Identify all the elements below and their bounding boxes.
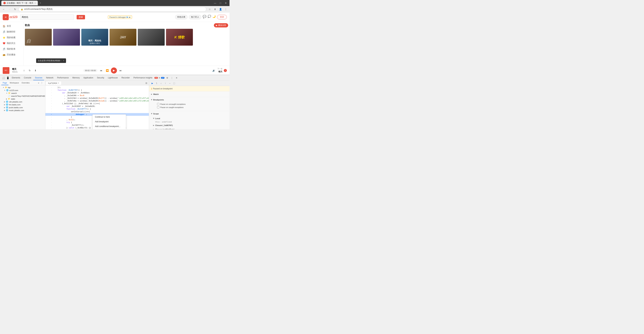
step-out-btn[interactable]: ↑ [164, 81, 167, 85]
album-card-4[interactable] [138, 29, 165, 46]
tab-lighthouse[interactable]: Lighthouse [106, 76, 120, 80]
tree-item-cdn[interactable]: ▶ 🌐 cdn.jsbaidu.com [0, 100, 45, 103]
tab-security[interactable]: Security [95, 76, 106, 80]
active-tab[interactable]: 正在播放：晴天 下一首：晴天 ✕ [1, 1, 38, 6]
sidebar-item-playlist[interactable]: 🎵 我的歌单 [0, 46, 23, 52]
tab-console[interactable]: Console [22, 76, 33, 80]
sidebar-tab-more[interactable]: » [37, 81, 40, 85]
pause-caught-checkbox[interactable] [157, 106, 159, 108]
album-card-2[interactable]: 晴天 - 周杰伦 故事的小黄花 [81, 29, 108, 46]
tab-perf-insights[interactable]: Performance insights [132, 76, 154, 80]
sidebar-tab-page[interactable]: Page [1, 81, 8, 85]
resume-btn[interactable]: ▶ [150, 81, 154, 85]
sidebar-item-random[interactable]: 🎵 随便听听 [0, 29, 23, 35]
devtools-inspect-icon[interactable]: ⬜ [1, 76, 6, 80]
volume-btn[interactable]: 🔊 [211, 68, 216, 73]
download-btn[interactable]: ⬇ [33, 68, 38, 73]
maximize-btn[interactable]: □ [218, 1, 223, 6]
wechat-icon[interactable]: 💬 [203, 15, 206, 19]
code-tab-close[interactable]: ✕ [58, 82, 59, 84]
skip-prev-btn[interactable]: ⏪ [105, 68, 110, 73]
closure1-header[interactable]: ▶ Closure (_0x867f07) [153, 123, 228, 127]
search-input[interactable] [22, 16, 72, 18]
login-btn[interactable]: 登录 [217, 15, 227, 19]
pause-uncaught-checkbox[interactable] [157, 103, 159, 105]
sidebar-menu-btn[interactable]: ⋮ [40, 81, 44, 85]
sidebar-item-history[interactable]: 📻 历史播放 [0, 52, 23, 58]
tree-item-static[interactable]: ▶ 📁 static [0, 97, 45, 100]
tree-item-music[interactable]: ▶ 🌐 music.jsbaidu.com [0, 109, 45, 112]
tree-item-search[interactable]: ▼ 📁 search [0, 92, 45, 95]
forward-btn[interactable]: → [7, 7, 12, 12]
search-button[interactable]: 搜索 [76, 15, 85, 19]
tab-sources[interactable]: Sources [33, 76, 44, 80]
sidebar-item-following[interactable]: ❤️ 我的关注 [0, 40, 23, 46]
new-tab-btn[interactable]: + [38, 1, 43, 6]
nav-features-btn[interactable]: 特色分类 [175, 15, 188, 19]
refresh-btn[interactable]: ↻ [13, 7, 18, 12]
tree-icon-file: 📄 [8, 95, 10, 97]
tree-item-search-file[interactable]: 📄 search/?key=%E5%91%A8%E6%9D%B0... [0, 95, 45, 97]
album-card-1[interactable] [53, 29, 80, 46]
code-action-split[interactable]: ⊟ [144, 81, 148, 85]
close-btn[interactable]: ✕ [224, 1, 228, 6]
tree-item-hm[interactable]: ▶ 🌐 hm.baidu.com [0, 103, 45, 106]
resume-icon[interactable]: ▶ [127, 16, 128, 18]
tab-performance[interactable]: Performance [56, 76, 70, 80]
tree-item-zz123[interactable]: ▼ 🌐 zz123.com [0, 89, 45, 92]
devtools-close-icon[interactable]: ✕ [174, 76, 178, 80]
tab-application[interactable]: Application [82, 76, 95, 80]
loop-btn[interactable]: ↻ [28, 68, 32, 73]
back-btn[interactable]: ← [1, 7, 6, 12]
sidebar-item-home[interactable]: 🏠 首页 [0, 23, 23, 29]
step-into-btn[interactable]: ↓ [159, 81, 163, 85]
tab-elements[interactable]: Elements [10, 76, 22, 80]
tab-memory[interactable]: Memory [71, 76, 81, 80]
step-btn[interactable]: → [168, 81, 172, 85]
sidebar-item-favorites[interactable]: ⭐ 我的收藏 [0, 35, 23, 40]
prev-btn[interactable]: ⏮ [99, 68, 104, 73]
night-mode-icon[interactable]: 🌙 [212, 15, 216, 19]
local-header[interactable]: ▶ Local [153, 116, 228, 120]
play-all-btn[interactable]: ▶ 播放全部 [214, 23, 228, 28]
tab-recorder[interactable]: Recorder [120, 76, 132, 80]
message-icon[interactable]: 💭 [208, 15, 211, 19]
settings-btn[interactable]: ⋮ [224, 7, 228, 12]
download-btn[interactable]: ⬇ [213, 7, 218, 12]
album-card-5[interactable]: K 情歌 [166, 29, 193, 46]
tab-close-btn[interactable]: ✕ [34, 2, 36, 4]
scope-header[interactable]: ▶ Scope [149, 112, 230, 116]
nav-artists-btn[interactable]: 热门艺人 [189, 15, 201, 19]
devtools-settings-icon[interactable]: ⚙ [165, 76, 169, 80]
ctx-continue-to-here[interactable]: Continue to here [92, 115, 126, 119]
watch-header[interactable]: ▶ Watch [149, 92, 230, 96]
sidebar-tab-workspace[interactable]: Workspace [8, 81, 20, 85]
step-over-icon[interactable]: ⏭ [129, 16, 130, 18]
minimize-btn[interactable]: — [213, 1, 218, 6]
tab-network[interactable]: Network [44, 76, 55, 80]
site-search-bar[interactable] [20, 15, 74, 20]
address-bar[interactable]: 🔒 zz123.com/search/?key=周杰伦 [18, 7, 206, 12]
step-over-btn[interactable]: ⤵ [155, 81, 158, 85]
like-btn[interactable]: ☆ [22, 68, 26, 73]
closure2-header[interactable]: ▶ Closure (getMytjData) [153, 127, 228, 129]
devtools-more-icon[interactable]: ⋮ [170, 76, 174, 80]
tree-item-jscdn[interactable]: ▶ 🌐 jscdn.baitdu.com [0, 106, 45, 109]
profile-btn[interactable]: 👤 [218, 7, 223, 12]
tree-item-top[interactable]: ▼ 📁 top [0, 86, 45, 89]
ctx-add-breakpoint[interactable]: Add breakpoint [92, 119, 126, 124]
bookmark-btn[interactable]: ☆ [207, 7, 212, 12]
tooltip-close-btn[interactable]: ✕ [63, 60, 64, 62]
album-card-3[interactable]: JAY [110, 29, 136, 46]
album-card-0[interactable]: 自 [25, 29, 52, 46]
play-pause-btn[interactable]: ▶ [111, 67, 117, 74]
code-tab-active[interactable]: h.js?12414 ✕ [46, 81, 61, 85]
ctx-add-logpoint[interactable]: Add logpoint... [92, 129, 126, 129]
devtools-device-icon[interactable]: 📱 [6, 76, 10, 80]
skip-next-btn[interactable]: ⏭ [118, 68, 123, 73]
ctx-add-conditional-breakpoint[interactable]: Add conditional breakpoint... [92, 124, 126, 129]
deactivate-breakpoints-btn[interactable]: ⬚ [172, 81, 176, 85]
breakpoints-header[interactable]: ▶ Breakpoints [149, 98, 230, 102]
sidebar-tab-overrides[interactable]: Overrides [20, 81, 31, 85]
error-x-icon: ✕ [158, 77, 160, 79]
